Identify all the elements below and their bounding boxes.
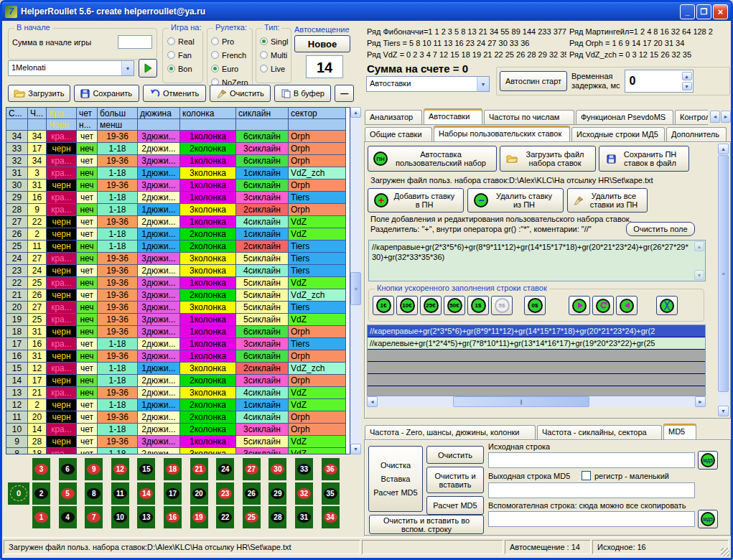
output-string-input[interactable]: [488, 482, 695, 498]
board-cell-3[interactable]: 3: [32, 458, 50, 480]
source-string-input[interactable]: [488, 452, 695, 468]
board-cell-10[interactable]: 10: [111, 506, 129, 528]
h-scroll-thumb[interactable]: ∥: [453, 396, 589, 407]
tab-main-3[interactable]: Частоты по числам: [484, 110, 574, 124]
board-cell-33[interactable]: 33: [295, 458, 313, 480]
md5-calc-button[interactable]: Расчет MD5: [426, 496, 484, 515]
board-cell-2[interactable]: 2: [32, 482, 50, 505]
load-button[interactable]: Загрузить: [8, 85, 70, 102]
tab-main-5[interactable]: Контроль банкро: [675, 110, 708, 124]
empty-list-row[interactable]: [368, 374, 705, 386]
column-header[interactable]: н...: [77, 119, 98, 131]
chip-button-0$[interactable]: 0$: [524, 296, 546, 315]
table-row[interactable]: 2324чернчет19-362дюжи...3колонка4сиклайн…: [6, 265, 350, 277]
board-cell-35[interactable]: 35: [322, 482, 340, 505]
table-row[interactable]: 262чернчет1-181дюжи...2колонка1сиклайнVd…: [6, 228, 350, 241]
table-row[interactable]: 3234кра...чет19-363дюжи...1колонка6сикла…: [6, 155, 350, 167]
maximize-button[interactable]: ❐: [696, 4, 711, 19]
tab-main-1[interactable]: Анализатор: [365, 110, 422, 124]
bet-edit-field[interactable]: //кареправые+gr(2*3*5*6)+gr(8*9*11*12)+g…: [368, 240, 706, 281]
board-cell-28[interactable]: 28: [269, 506, 286, 528]
board-cell-17[interactable]: 17: [164, 482, 182, 505]
table-row[interactable]: 3434кра...чет19-363дюжи...1колонка6сикла…: [6, 131, 350, 143]
chevron-down-icon[interactable]: ▼: [121, 61, 134, 75]
edit-scroll-down-icon[interactable]: ▼: [694, 270, 704, 280]
delay-value[interactable]: 0: [625, 70, 681, 92]
table-row[interactable]: 2427кра...неч19-363дюжи...3колонка5сикла…: [6, 253, 350, 265]
start-sum-input[interactable]: [118, 35, 152, 49]
quick-back-button[interactable]: [616, 296, 638, 315]
radio-bon[interactable]: Bon: [167, 62, 195, 75]
board-cell-26[interactable]: 26: [243, 482, 261, 505]
mode-combo[interactable]: Автоставки ▼: [366, 76, 490, 92]
resize-grip[interactable]: [721, 548, 729, 556]
panel-scrollbar[interactable]: ▲ ≡ ▼: [718, 144, 729, 416]
table-row[interactable]: 122чернчет1-181дюжи...2колонка1сиклайнVd…: [6, 399, 350, 411]
board-cell-20[interactable]: 20: [190, 482, 208, 505]
new-button[interactable]: Новое: [294, 35, 350, 52]
remove-all-bets-button[interactable]: Удалить все ставки из ПН: [567, 188, 648, 213]
table-scrollbar[interactable]: ▲ ≡ ▼: [350, 107, 361, 454]
board-cell-23[interactable]: 23: [216, 482, 234, 505]
column-header[interactable]: Ч...: [28, 108, 47, 119]
board-cell-4[interactable]: 4: [59, 506, 77, 528]
clear-paste-calc-button[interactable]: Очистка Вставка Расчет MD5: [368, 446, 423, 512]
table-row[interactable]: 313кра...неч1-181дюжи...3колонка1сиклайн…: [6, 167, 350, 179]
radio-euro[interactable]: Euro: [211, 62, 248, 75]
board-cell-29[interactable]: 29: [269, 482, 286, 505]
chip-button-1€[interactable]: 1€: [373, 296, 394, 315]
bet-set-row[interactable]: //карелевые+gr(1*2*4*5)+gr(7*8*10*11)+gr…: [368, 337, 705, 350]
register-checkbox-row[interactable]: регистр - маленький: [582, 471, 669, 480]
radio-fan[interactable]: Fan: [167, 48, 195, 62]
board-cell-12[interactable]: 12: [111, 458, 129, 480]
radio-real[interactable]: Real: [167, 34, 195, 48]
table-row[interactable]: 3031черннеч19-363дюжи...1колонка6сиклайн…: [6, 179, 350, 192]
empty-list-row[interactable]: [368, 362, 705, 374]
md5-source-button[interactable]: МД5: [698, 451, 718, 470]
autospin-start-button[interactable]: Автоспин старт: [500, 71, 567, 91]
remove-bet-button[interactable]: − Удалить ставку из ПН: [467, 188, 564, 213]
table-row[interactable]: 2722чернчет19-362дюжи...1колонка4сиклайн…: [6, 216, 350, 228]
quick-repeat-button[interactable]: [592, 296, 614, 315]
column-header[interactable]: [236, 119, 289, 131]
md5-clear-paste-button[interactable]: Очистить и вставить: [426, 467, 484, 493]
md5-aux-button[interactable]: МД5: [698, 510, 718, 528]
list-h-scrollbar[interactable]: ◄ ∥ ►: [367, 396, 706, 407]
board-cell-8[interactable]: 8: [85, 482, 103, 505]
tab-bottom-1[interactable]: Частота - Zero, шансы, дюжины, колонки: [365, 425, 536, 439]
minimize-button[interactable]: _: [680, 4, 695, 19]
column-header[interactable]: [180, 119, 236, 131]
column-header[interactable]: сектор: [289, 108, 346, 119]
column-header[interactable]: чет: [77, 108, 98, 119]
close-button[interactable]: ×: [713, 4, 728, 19]
md5-clear-button[interactable]: Очистить: [426, 446, 484, 464]
board-cell-25[interactable]: 25: [243, 506, 261, 528]
board-cell-24[interactable]: 24: [216, 458, 234, 480]
to-buffer-button[interactable]: В буфер: [274, 85, 331, 102]
column-header[interactable]: [138, 119, 180, 131]
save-button[interactable]: Сохранить: [74, 85, 139, 102]
preset-combo[interactable]: 1Melonati ▼: [8, 60, 134, 76]
clear-button[interactable]: Очистить: [210, 85, 271, 102]
table-row[interactable]: 1120чернчет19-362дюжи...2колонка4сиклайн…: [6, 411, 350, 424]
table-row[interactable]: 2916кра...чет1-182дюжи...1колонка3сиклай…: [6, 192, 350, 204]
collapse-button[interactable]: —: [335, 85, 354, 102]
scroll-down-icon[interactable]: ▼: [350, 444, 361, 454]
column-header[interactable]: С...: [6, 108, 28, 119]
tab-main-2[interactable]: Автоставки: [424, 108, 482, 125]
chevron-down-icon[interactable]: ▼: [477, 77, 489, 91]
scroll-up-icon[interactable]: ▲: [718, 144, 729, 154]
board-cell-15[interactable]: 15: [137, 458, 155, 480]
table-row[interactable]: 3317черннеч1-182дюжи...2колонка3сиклайнO…: [6, 143, 350, 155]
table-row[interactable]: 1321кра...неч19-362дюжи...3колонка4сикла…: [6, 387, 350, 399]
table-row[interactable]: 928чернчет19-363дюжи...1колонка5сиклайнV…: [6, 436, 350, 448]
radio-pro[interactable]: Pro: [211, 34, 248, 48]
scroll-thumb[interactable]: ≡: [350, 272, 361, 305]
radio-singl[interactable]: Singl: [260, 34, 288, 48]
table-row[interactable]: 1631черннеч19-363дюжи...1колонка6сиклайн…: [6, 350, 350, 363]
board-cell-7[interactable]: 7: [85, 506, 103, 528]
edit-scroll-up-icon[interactable]: ▲: [694, 241, 704, 251]
table-row[interactable]: 289кра...неч1-181дюжи...3колонка2сиклайн…: [6, 204, 350, 216]
empty-list-row[interactable]: [368, 386, 705, 396]
board-cell-30[interactable]: 30: [269, 458, 286, 480]
